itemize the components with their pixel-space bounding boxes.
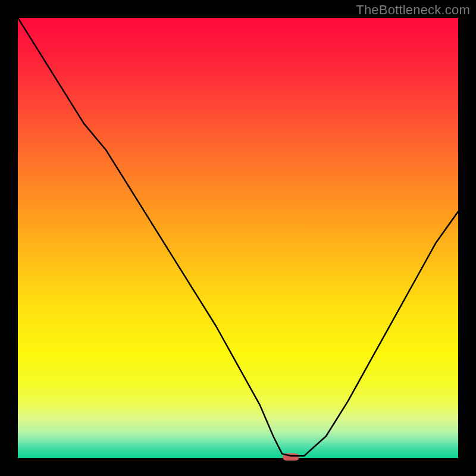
bottleneck-curve-line xyxy=(18,18,458,458)
plot-area xyxy=(18,18,458,458)
watermark-text: TheBottleneck.com xyxy=(356,2,470,18)
chart-frame: TheBottleneck.com xyxy=(0,0,476,476)
